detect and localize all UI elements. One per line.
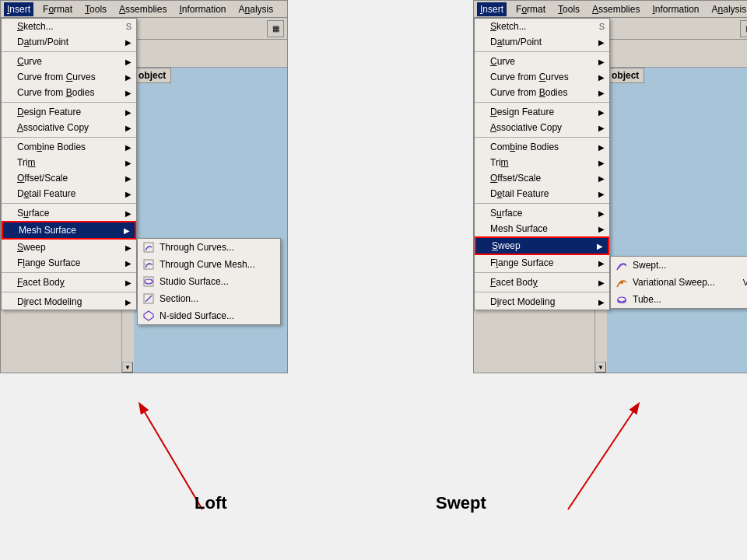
- right-divider-5: [475, 272, 609, 273]
- right-menu-item-combine-bodies[interactable]: Combine Bodies▶: [475, 139, 609, 155]
- right-menu-item-mesh-surface[interactable]: Mesh Surface▶: [475, 221, 609, 236]
- right-sub-swept[interactable]: Swept...: [611, 257, 747, 274]
- left-dropdown-menu: Sketch... S Datum/Point▶ Curve▶ Curve fr…: [1, 18, 137, 310]
- left-through-curves-icon: [142, 241, 155, 254]
- right-divider-1: [475, 51, 609, 52]
- left-menu-item-sketch[interactable]: Sketch... S: [2, 19, 136, 34]
- right-menu-item-trim[interactable]: Trim▶: [475, 155, 609, 170]
- left-menu-item-detail-feature[interactable]: Detail Feature▶: [2, 186, 136, 201]
- right-menu-information[interactable]: Information: [649, 2, 702, 16]
- left-divider-5: [2, 272, 136, 273]
- right-menu-item-surface[interactable]: Surface▶: [475, 205, 609, 221]
- right-divider-6: [475, 292, 609, 292]
- left-sub-studio-surface[interactable]: Studio Surface...: [138, 273, 280, 290]
- right-menu-item-direct-modeling[interactable]: Direct Modeling▶: [475, 294, 609, 310]
- left-divider-1: [2, 51, 136, 52]
- left-sub-through-curve-mesh-label: Through Curve Mesh...: [160, 259, 255, 270]
- right-menu-insert[interactable]: Insert: [477, 2, 507, 16]
- right-menu-item-sweep[interactable]: Sweep▶: [475, 236, 609, 255]
- left-sub-n-sided-surface-label: N-sided Surface...: [160, 310, 234, 321]
- left-menu-item-offset-scale[interactable]: Offset/Scale▶: [2, 170, 136, 186]
- swept-arrow: [545, 389, 700, 513]
- right-menu-item-curve-from-bodies[interactable]: Curve from Bodies▶: [475, 85, 609, 100]
- left-menu-item-curve-from-bodies[interactable]: Curve from Bodies▶: [2, 85, 136, 100]
- right-panel: Insert Format Tools Assemblies Informati…: [473, 0, 747, 373]
- left-menu-format[interactable]: Format: [40, 2, 75, 16]
- left-menu-item-flange-surface[interactable]: Flange Surface▶: [2, 255, 136, 271]
- left-menu-item-sweep[interactable]: Sweep▶: [2, 240, 136, 255]
- right-menu-item-curve-from-curves[interactable]: Curve from Curves▶: [475, 69, 609, 85]
- left-through-curve-mesh-icon: [142, 258, 155, 271]
- left-menu-item-datum[interactable]: Datum/Point▶: [2, 34, 136, 50]
- left-sub-section[interactable]: Section...: [138, 290, 280, 307]
- left-sub-through-curve-mesh[interactable]: Through Curve Mesh...: [138, 256, 280, 273]
- right-divider-4: [475, 203, 609, 204]
- svg-point-8: [620, 281, 623, 284]
- right-menu-tools[interactable]: Tools: [555, 2, 583, 16]
- left-studio-surface-icon: [142, 275, 155, 288]
- left-content-label: object: [133, 68, 171, 83]
- right-menu-analysis[interactable]: Analysis: [709, 2, 748, 16]
- left-menu-assemblies[interactable]: Assemblies: [116, 2, 170, 16]
- left-content-area: [134, 68, 287, 373]
- left-n-sided-surface-icon: [142, 310, 155, 322]
- left-divider-6: [2, 292, 136, 292]
- right-menu-item-design-feature[interactable]: Design Feature▶: [475, 104, 609, 120]
- left-menu-item-associative-copy[interactable]: Associative Copy▶: [2, 120, 136, 135]
- right-sweep-submenu: Swept... Variational Sweep... V Tube...: [610, 256, 747, 309]
- left-menu-item-facet-body[interactable]: Facet Body▶: [2, 275, 136, 290]
- left-menu-item-surface[interactable]: Surface▶: [2, 205, 136, 221]
- left-divider-4: [2, 203, 136, 204]
- left-menu-item-mesh-surface[interactable]: Mesh Surface▶: [2, 221, 136, 240]
- left-menu-tools[interactable]: Tools: [82, 2, 110, 16]
- svg-rect-3: [144, 277, 153, 286]
- right-menu-item-flange-surface[interactable]: Flange Surface▶: [475, 255, 609, 271]
- left-divider-3: [2, 137, 136, 138]
- left-menu-item-combine-bodies[interactable]: Combine Bodies▶: [2, 139, 136, 155]
- right-menu-item-sketch[interactable]: Sketch... S: [475, 19, 609, 34]
- left-divider-2: [2, 102, 136, 103]
- right-sub-variational-sweep-shortcut: V: [728, 278, 747, 287]
- left-menu-item-curve-from-curves[interactable]: Curve from Curves▶: [2, 69, 136, 85]
- left-sub-through-curves[interactable]: Through Curves...: [138, 239, 280, 256]
- left-section-icon: [142, 292, 155, 305]
- right-divider-2: [475, 102, 609, 103]
- right-menu-item-facet-body[interactable]: Facet Body▶: [475, 275, 609, 290]
- svg-rect-0: [144, 243, 153, 252]
- right-sub-variational-sweep[interactable]: Variational Sweep... V: [611, 274, 747, 291]
- left-scroll-down[interactable]: ▼: [122, 362, 133, 373]
- right-divider-3: [475, 137, 609, 138]
- swept-label: Swept: [436, 493, 486, 513]
- right-scroll-down[interactable]: ▼: [595, 362, 606, 373]
- right-content-label: object: [606, 68, 644, 83]
- left-sub-n-sided-surface[interactable]: N-sided Surface...: [138, 307, 280, 324]
- left-toolbar-btn6[interactable]: ▦: [267, 20, 284, 37]
- right-menu-item-associative-copy[interactable]: Associative Copy▶: [475, 120, 609, 135]
- right-menu-format[interactable]: Format: [513, 2, 549, 16]
- loft-label: Loft: [195, 493, 227, 513]
- left-menu-item-trim[interactable]: Trim▶: [2, 155, 136, 170]
- right-menu-item-curve[interactable]: Curve▶: [475, 54, 609, 69]
- right-menu-item-offset-scale[interactable]: Offset/Scale▶: [475, 170, 609, 186]
- right-menu-item-datum[interactable]: Datum/Point▶: [475, 34, 609, 50]
- right-menu-item-detail-feature[interactable]: Detail Feature▶: [475, 186, 609, 201]
- svg-point-9: [618, 297, 626, 302]
- right-toolbar-btn6[interactable]: ▦: [740, 20, 747, 37]
- right-sub-tube[interactable]: Tube...: [611, 291, 747, 308]
- right-sub-swept-label: Swept...: [633, 260, 666, 271]
- left-menu-item-design-feature[interactable]: Design Feature▶: [2, 104, 136, 120]
- svg-marker-7: [144, 311, 153, 320]
- left-sub-studio-surface-label: Studio Surface...: [160, 276, 229, 287]
- right-dropdown-menu: Sketch... S Datum/Point▶ Curve▶ Curve fr…: [474, 18, 610, 310]
- left-menu-insert[interactable]: Insert: [4, 2, 33, 16]
- right-menu-assemblies[interactable]: Assemblies: [589, 2, 643, 16]
- left-menu-analysis[interactable]: Analysis: [236, 2, 277, 16]
- left-menu-information[interactable]: Information: [176, 2, 229, 16]
- left-menu-item-direct-modeling[interactable]: Direct Modeling▶: [2, 294, 136, 310]
- right-tube-icon: [615, 293, 628, 306]
- left-sub-section-label: Section...: [160, 293, 198, 304]
- right-sub-variational-sweep-label: Variational Sweep...: [633, 277, 715, 288]
- left-menu-item-curve[interactable]: Curve▶: [2, 54, 136, 69]
- right-variational-sweep-icon: [615, 276, 628, 289]
- svg-line-6: [146, 296, 152, 302]
